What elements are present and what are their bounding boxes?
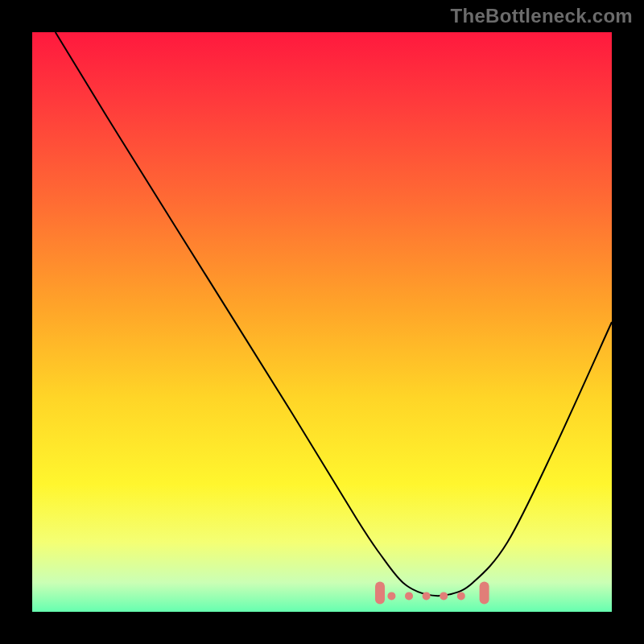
valley-marker [480,581,489,604]
valley-marker-dot [457,592,465,600]
chart-frame: TheBottleneck.com [0,0,644,644]
watermark-text: TheBottleneck.com [451,5,633,27]
valley-marker-dot [423,592,431,600]
valley-markers [375,581,489,604]
valley-marker [375,581,385,604]
plot-area [32,32,612,612]
chart-svg [32,32,612,612]
bottleneck-curve [56,32,612,596]
valley-marker-dot [387,592,395,600]
valley-marker-dot [405,592,413,600]
valley-marker-dot [440,592,448,600]
